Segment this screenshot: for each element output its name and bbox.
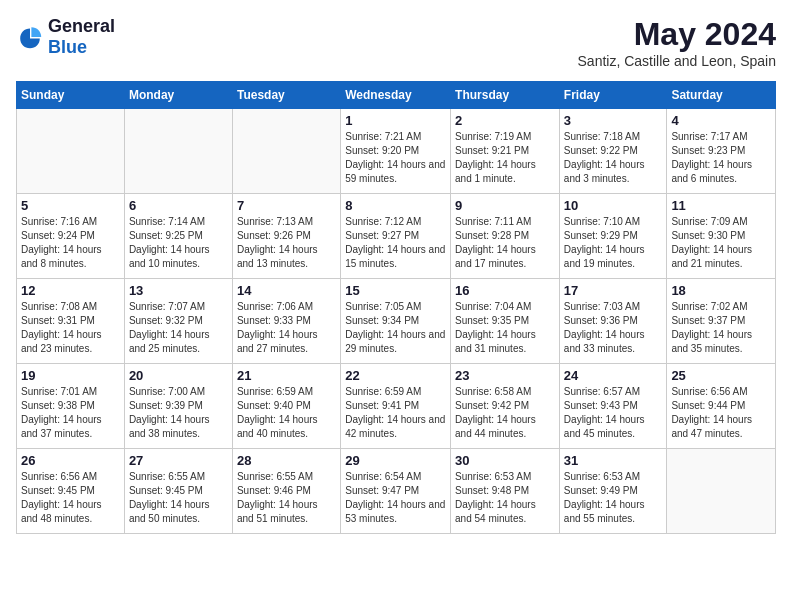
day-number: 8 [345,198,446,213]
day-info: Sunrise: 7:09 AMSunset: 9:30 PMDaylight:… [671,215,771,271]
calendar-week-row: 1Sunrise: 7:21 AMSunset: 9:20 PMDaylight… [17,109,776,194]
day-number: 9 [455,198,555,213]
day-info: Sunrise: 7:19 AMSunset: 9:21 PMDaylight:… [455,130,555,186]
calendar-cell: 21Sunrise: 6:59 AMSunset: 9:40 PMDayligh… [232,364,340,449]
calendar-cell [17,109,125,194]
calendar-cell: 7Sunrise: 7:13 AMSunset: 9:26 PMDaylight… [232,194,340,279]
calendar-week-row: 26Sunrise: 6:56 AMSunset: 9:45 PMDayligh… [17,449,776,534]
calendar-cell: 28Sunrise: 6:55 AMSunset: 9:46 PMDayligh… [232,449,340,534]
calendar-cell: 9Sunrise: 7:11 AMSunset: 9:28 PMDaylight… [451,194,560,279]
day-number: 26 [21,453,120,468]
day-of-week-header: Sunday [17,82,125,109]
day-number: 16 [455,283,555,298]
calendar-cell: 27Sunrise: 6:55 AMSunset: 9:45 PMDayligh… [124,449,232,534]
day-number: 18 [671,283,771,298]
day-number: 19 [21,368,120,383]
title-block: May 2024 Santiz, Castille and Leon, Spai… [578,16,776,69]
day-info: Sunrise: 7:05 AMSunset: 9:34 PMDaylight:… [345,300,446,356]
day-info: Sunrise: 7:00 AMSunset: 9:39 PMDaylight:… [129,385,228,441]
logo-icon [16,23,44,51]
calendar-cell: 15Sunrise: 7:05 AMSunset: 9:34 PMDayligh… [341,279,451,364]
calendar-cell: 31Sunrise: 6:53 AMSunset: 9:49 PMDayligh… [559,449,667,534]
day-number: 24 [564,368,663,383]
day-info: Sunrise: 7:13 AMSunset: 9:26 PMDaylight:… [237,215,336,271]
day-number: 27 [129,453,228,468]
day-info: Sunrise: 7:10 AMSunset: 9:29 PMDaylight:… [564,215,663,271]
day-of-week-header: Saturday [667,82,776,109]
day-info: Sunrise: 6:57 AMSunset: 9:43 PMDaylight:… [564,385,663,441]
logo-blue: Blue [48,37,87,57]
day-of-week-header: Thursday [451,82,560,109]
month-year-title: May 2024 [578,16,776,53]
day-number: 2 [455,113,555,128]
calendar-cell: 19Sunrise: 7:01 AMSunset: 9:38 PMDayligh… [17,364,125,449]
calendar-cell: 5Sunrise: 7:16 AMSunset: 9:24 PMDaylight… [17,194,125,279]
day-info: Sunrise: 7:03 AMSunset: 9:36 PMDaylight:… [564,300,663,356]
day-number: 17 [564,283,663,298]
logo-text: General Blue [48,16,115,58]
calendar-cell: 25Sunrise: 6:56 AMSunset: 9:44 PMDayligh… [667,364,776,449]
day-info: Sunrise: 7:02 AMSunset: 9:37 PMDaylight:… [671,300,771,356]
day-info: Sunrise: 6:53 AMSunset: 9:49 PMDaylight:… [564,470,663,526]
day-info: Sunrise: 7:08 AMSunset: 9:31 PMDaylight:… [21,300,120,356]
day-number: 1 [345,113,446,128]
day-number: 6 [129,198,228,213]
day-info: Sunrise: 6:53 AMSunset: 9:48 PMDaylight:… [455,470,555,526]
day-number: 13 [129,283,228,298]
day-info: Sunrise: 6:54 AMSunset: 9:47 PMDaylight:… [345,470,446,526]
calendar-cell: 17Sunrise: 7:03 AMSunset: 9:36 PMDayligh… [559,279,667,364]
day-info: Sunrise: 6:58 AMSunset: 9:42 PMDaylight:… [455,385,555,441]
day-number: 22 [345,368,446,383]
day-info: Sunrise: 6:55 AMSunset: 9:45 PMDaylight:… [129,470,228,526]
calendar-header-row: SundayMondayTuesdayWednesdayThursdayFrid… [17,82,776,109]
day-number: 12 [21,283,120,298]
calendar-cell: 26Sunrise: 6:56 AMSunset: 9:45 PMDayligh… [17,449,125,534]
day-number: 5 [21,198,120,213]
calendar-cell: 2Sunrise: 7:19 AMSunset: 9:21 PMDaylight… [451,109,560,194]
day-number: 7 [237,198,336,213]
calendar-cell: 1Sunrise: 7:21 AMSunset: 9:20 PMDaylight… [341,109,451,194]
calendar-cell: 3Sunrise: 7:18 AMSunset: 9:22 PMDaylight… [559,109,667,194]
day-info: Sunrise: 7:01 AMSunset: 9:38 PMDaylight:… [21,385,120,441]
day-number: 3 [564,113,663,128]
day-info: Sunrise: 7:21 AMSunset: 9:20 PMDaylight:… [345,130,446,186]
day-number: 28 [237,453,336,468]
day-info: Sunrise: 7:07 AMSunset: 9:32 PMDaylight:… [129,300,228,356]
calendar-cell: 29Sunrise: 6:54 AMSunset: 9:47 PMDayligh… [341,449,451,534]
day-info: Sunrise: 7:14 AMSunset: 9:25 PMDaylight:… [129,215,228,271]
day-info: Sunrise: 7:04 AMSunset: 9:35 PMDaylight:… [455,300,555,356]
logo: General Blue [16,16,115,58]
day-number: 23 [455,368,555,383]
calendar-cell: 8Sunrise: 7:12 AMSunset: 9:27 PMDaylight… [341,194,451,279]
day-info: Sunrise: 7:12 AMSunset: 9:27 PMDaylight:… [345,215,446,271]
calendar-cell [124,109,232,194]
page-header: General Blue May 2024 Santiz, Castille a… [16,16,776,69]
calendar-cell: 6Sunrise: 7:14 AMSunset: 9:25 PMDaylight… [124,194,232,279]
day-info: Sunrise: 6:59 AMSunset: 9:41 PMDaylight:… [345,385,446,441]
calendar-week-row: 12Sunrise: 7:08 AMSunset: 9:31 PMDayligh… [17,279,776,364]
day-number: 14 [237,283,336,298]
day-info: Sunrise: 7:16 AMSunset: 9:24 PMDaylight:… [21,215,120,271]
calendar-cell: 12Sunrise: 7:08 AMSunset: 9:31 PMDayligh… [17,279,125,364]
calendar-cell: 23Sunrise: 6:58 AMSunset: 9:42 PMDayligh… [451,364,560,449]
calendar-cell: 16Sunrise: 7:04 AMSunset: 9:35 PMDayligh… [451,279,560,364]
day-info: Sunrise: 7:11 AMSunset: 9:28 PMDaylight:… [455,215,555,271]
calendar-cell: 14Sunrise: 7:06 AMSunset: 9:33 PMDayligh… [232,279,340,364]
calendar-cell: 10Sunrise: 7:10 AMSunset: 9:29 PMDayligh… [559,194,667,279]
day-info: Sunrise: 7:18 AMSunset: 9:22 PMDaylight:… [564,130,663,186]
day-number: 30 [455,453,555,468]
day-number: 4 [671,113,771,128]
day-number: 10 [564,198,663,213]
day-info: Sunrise: 6:55 AMSunset: 9:46 PMDaylight:… [237,470,336,526]
logo-general: General [48,16,115,36]
day-number: 11 [671,198,771,213]
calendar-cell: 22Sunrise: 6:59 AMSunset: 9:41 PMDayligh… [341,364,451,449]
day-number: 15 [345,283,446,298]
day-number: 21 [237,368,336,383]
calendar-cell: 18Sunrise: 7:02 AMSunset: 9:37 PMDayligh… [667,279,776,364]
calendar-table: SundayMondayTuesdayWednesdayThursdayFrid… [16,81,776,534]
calendar-cell: 20Sunrise: 7:00 AMSunset: 9:39 PMDayligh… [124,364,232,449]
day-info: Sunrise: 6:56 AMSunset: 9:44 PMDaylight:… [671,385,771,441]
day-of-week-header: Friday [559,82,667,109]
location-subtitle: Santiz, Castille and Leon, Spain [578,53,776,69]
